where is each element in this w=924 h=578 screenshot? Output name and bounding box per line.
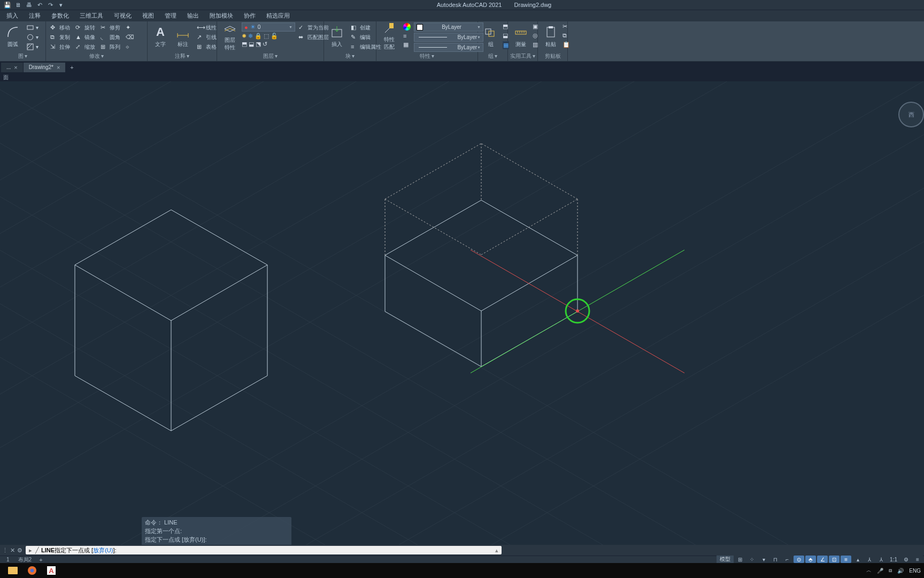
insert-button[interactable]: 插入 [326,22,348,50]
fillet-button[interactable]: ◟圆角 [98,33,122,42]
dim-button[interactable]: 标注 [172,22,194,50]
scale-button[interactable]: ⤢缩放 [73,42,97,51]
measure-button[interactable]: 测量 [510,22,532,50]
cmd-customize-icon[interactable]: ⚙ [17,547,22,554]
status-anno3-toggle[interactable]: ⅄ [876,556,887,563]
transparency-icon[interactable]: ▦ [403,41,411,48]
tab-3dtools[interactable]: 三维工具 [74,10,109,21]
rotate-button[interactable]: ⟳旋转 [73,23,97,32]
layer-properties-button[interactable]: 图层 特性 [219,22,241,50]
taskbar-firefox[interactable] [22,564,42,577]
tab-output[interactable]: 输出 [182,10,204,21]
status-osnap-toggle[interactable]: ∠ [817,556,828,563]
status-gear-icon[interactable]: ⚙ [900,556,911,563]
leader-button[interactable]: ↗引线 [195,33,219,42]
status-iso-toggle[interactable]: ⬘ [805,556,816,563]
tab-view[interactable]: 视图 [137,10,159,21]
clipboard-panel-label[interactable]: 剪贴板 [538,52,567,60]
qat-dropdown-icon[interactable]: ▾ [57,1,65,9]
draw-panel-label[interactable]: 图 ▾ [0,52,45,60]
groups-panel-label[interactable]: 组 ▾ [478,52,507,60]
tab-addins[interactable]: 附加模块 [204,10,238,21]
tab-featured[interactable]: 精选应用 [261,10,295,21]
linear-dim-button[interactable]: ⟷线性 [195,23,219,32]
layer-panel-label[interactable]: 图层 ▾ [217,52,324,60]
mirror-button[interactable]: ▲镜像 [73,33,97,42]
qat-redo-icon[interactable]: ↷ [46,1,55,9]
tray-network-icon[interactable]: ⧈ [889,567,892,574]
drawing-cube-left[interactable] [75,210,267,431]
status-otrack-toggle[interactable]: ⊡ [829,556,840,563]
qat-save-icon[interactable]: 💾 [3,1,12,9]
tab-visualize[interactable]: 可视化 [109,10,137,21]
move-button[interactable]: ✥移动 [48,23,72,32]
layer-lock-icon[interactable]: 🔒 [255,33,262,40]
copy-button[interactable]: ⧉复制 [48,33,72,42]
circle-flyout[interactable]: ▾ [25,33,41,42]
layer-off-icon[interactable]: ✹ [242,33,247,40]
chevron-up-icon[interactable]: ▴ [495,547,498,554]
taskbar-explorer[interactable] [3,564,22,577]
layout-tab-0[interactable]: 1 [2,556,14,564]
calc-icon[interactable]: ▥ [533,41,538,48]
utilities-panel-label[interactable]: 实用工具 ▾ [508,52,537,60]
modify-misc1[interactable]: ✦ [124,23,137,32]
properties-panel-label[interactable]: 特性 ▾ [376,52,478,60]
id-icon[interactable]: ▣ [533,23,538,30]
modify-panel-label[interactable]: 修改 ▾ [46,52,147,60]
layer-iso-icon[interactable]: ⬚ [264,33,269,40]
status-anno2-toggle[interactable]: ⅄ [864,556,875,563]
linetype-dropdown[interactable]: ByLayer ▼ [414,43,483,52]
paste-special-icon[interactable]: 📋 [563,41,570,48]
trim-button[interactable]: ✂修剪 [98,23,122,32]
point-icon[interactable]: ◎ [533,32,538,39]
modify-misc2[interactable]: ⌫ [124,33,137,42]
layer-unlock-icon[interactable]: 🔓 [271,33,278,40]
modify-misc3[interactable]: ⟐ [124,42,137,51]
color-dropdown[interactable]: ByLayer ▼ [414,22,483,32]
arc-button[interactable]: 圆弧 [2,22,24,50]
status-infergrid-toggle[interactable]: ▾ [758,556,769,563]
status-ortho-toggle[interactable]: ⌐ [782,556,792,563]
status-model[interactable]: 模型 [717,556,734,563]
drawing-box-right[interactable] [385,143,578,367]
table-button[interactable]: ⊞表格 [195,42,219,51]
lineweight-icon[interactable]: ≡ [403,33,411,39]
block-panel-label[interactable]: 块 ▾ [324,52,376,60]
tray-chevron-up-icon[interactable]: ︿ [866,567,872,574]
qat-undo-icon[interactable]: ↶ [35,1,44,9]
annotation-panel-label[interactable]: 注释 ▾ [148,52,217,60]
qat-print-icon[interactable]: 🖶 [25,1,33,9]
group-button[interactable]: 组 [480,22,502,50]
view-orientation-label[interactable]: 面 [0,73,924,81]
tab-manage[interactable]: 管理 [159,10,182,21]
copy-clip-icon[interactable]: ⧉ [563,32,570,39]
stretch-button[interactable]: ⇲拉伸 [48,42,72,51]
viewcube[interactable]: 西 [898,102,924,144]
tab-collab[interactable]: 协作 [238,10,261,21]
layer-freeze-all-icon[interactable]: ❄ [248,33,253,40]
cmd-close-icon[interactable]: ✕ [10,547,15,554]
layer-dropdown[interactable]: ● ☀ 0 ▼ [242,22,295,32]
file-tab-0[interactable]: ... × [1,63,24,72]
command-input[interactable]: ▸ ╱ LINE 指定下一点或 [ 放弃(U) ]: ▴ [26,546,502,554]
cmd-handle-icon[interactable]: ⋮ [2,547,8,554]
hatch-flyout[interactable]: ▾ [25,42,41,51]
status-polar-toggle[interactable]: ⊙ [794,556,804,563]
viewcube-face[interactable]: 西 [898,102,924,127]
status-dyn-toggle[interactable]: ⊓ [770,556,781,563]
color-wheel-icon[interactable] [403,23,411,31]
layer-delete-icon[interactable]: ⬓ [249,41,254,48]
layer-merge-icon[interactable]: ⬒ [242,41,247,48]
qat-saveas-icon[interactable]: 🗎 [14,1,22,9]
rectangle-flyout[interactable]: ▾ [25,23,41,32]
lineweight-dropdown[interactable]: ByLayer ▼ [414,33,483,42]
taskbar-autocad[interactable]: A [42,564,61,577]
cmd-option-link[interactable]: 放弃(U) [93,546,113,554]
status-annoscale-toggle[interactable]: ▴ [852,556,863,563]
drawing-canvas[interactable] [0,81,924,545]
close-icon[interactable]: × [57,64,60,71]
array-button[interactable]: ⊞阵列 [98,42,122,51]
layer-walk-icon[interactable]: ⬔ [256,41,261,48]
tab-insert[interactable]: 插入 [1,10,24,21]
